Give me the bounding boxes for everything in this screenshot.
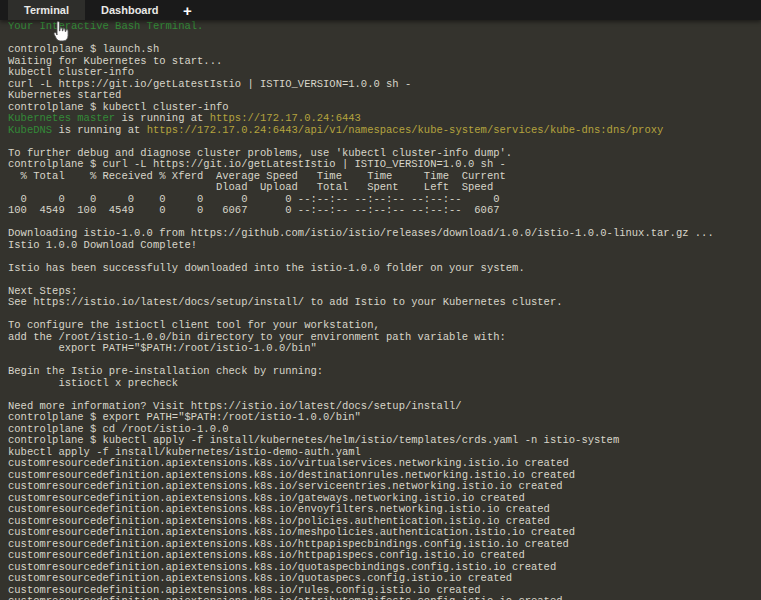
- tab-terminal[interactable]: Terminal: [8, 0, 85, 20]
- terminal-line: See https://istio.io/latest/docs/setup/i…: [8, 297, 761, 309]
- tab-terminal-label: Terminal: [24, 4, 69, 16]
- tab-dashboard-label: Dashboard: [101, 4, 158, 16]
- terminal-output[interactable]: Your Interactive Bash Terminal.controlpl…: [0, 20, 761, 600]
- plus-icon: +: [183, 2, 192, 19]
- tab-dashboard[interactable]: Dashboard: [85, 0, 174, 20]
- terminal-line: istioctl x precheck: [8, 378, 761, 390]
- terminal-line: 100 4549 100 4549 0 0 6067 0 --:--:-- --…: [8, 205, 761, 217]
- terminal-line: Istio has been successfully downloaded i…: [8, 263, 761, 275]
- terminal-line: KubeDNS is running at https://172.17.0.2…: [8, 125, 761, 137]
- terminal-line: Istio 1.0.0 Download Complete!: [8, 240, 761, 252]
- terminal-line: [8, 274, 761, 286]
- new-tab-button[interactable]: +: [175, 0, 201, 20]
- terminal-line: export PATH="$PATH:/root/istio-1.0.0/bin…: [8, 343, 761, 355]
- tab-bar: Terminal Dashboard +: [0, 0, 761, 20]
- terminal-line: customresourcedefinition.apiextensions.k…: [8, 596, 761, 600]
- terminal-line: Your Interactive Bash Terminal.: [8, 21, 761, 33]
